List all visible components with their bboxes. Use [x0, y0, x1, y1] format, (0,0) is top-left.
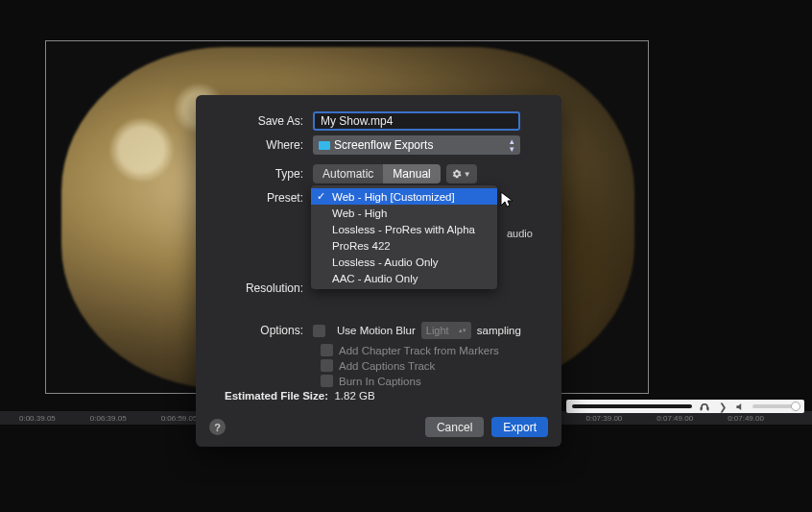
time-tick: 0:07:49.00 [657, 414, 693, 423]
next-icon[interactable]: ❯ [716, 401, 728, 413]
type-manual-button[interactable]: Manual [383, 164, 440, 183]
type-label: Type: [196, 167, 313, 181]
svg-rect-1 [706, 407, 708, 411]
audio-indicator: audio [507, 228, 533, 239]
captions-track-label: Add Captions Track [339, 360, 435, 372]
where-dropdown[interactable]: Screenflow Exports ▴▾ [313, 135, 520, 155]
motion-blur-checkbox[interactable] [313, 325, 325, 337]
preset-option-label: Lossless - Audio Only [332, 256, 439, 268]
type-settings-button[interactable]: ▼ [446, 164, 477, 183]
type-automatic-button[interactable]: Automatic [313, 164, 383, 183]
save-as-label: Save As: [196, 114, 313, 128]
folder-icon [319, 141, 330, 150]
playback-bar: ❯ [566, 400, 804, 413]
preset-option-label: AAC - Audio Only [332, 273, 418, 284]
help-button[interactable]: ? [209, 419, 226, 435]
preset-option[interactable]: Lossless - Audio Only [311, 254, 497, 270]
preset-option-label: Web - High [Customized] [332, 191, 455, 203]
headphones-icon [698, 401, 710, 413]
preset-option-label: Web - High [332, 207, 387, 219]
chevron-updown-icon: ▴▾ [459, 327, 466, 334]
chevron-down-icon: ▼ [464, 170, 471, 179]
save-as-input[interactable] [313, 111, 520, 131]
where-value: Screenflow Exports [334, 138, 433, 152]
volume-icon [734, 401, 747, 413]
burn-captions-label: Burn In Captions [339, 376, 421, 387]
type-segmented: Automatic Manual [313, 164, 441, 183]
options-label: Options: [196, 324, 313, 337]
preset-menu: ✓ Web - High [Customized] Web - High Los… [311, 185, 497, 289]
preset-option-label: ProRes 422 [332, 240, 391, 252]
resolution-label: Resolution: [196, 281, 313, 295]
volume-knob[interactable] [791, 402, 800, 411]
burn-captions-checkbox[interactable] [321, 375, 333, 387]
preset-option[interactable]: ProRes 422 [311, 237, 497, 254]
time-tick: 0:07:39.00 [586, 414, 623, 423]
export-dialog: Save As: Where: Screenflow Exports ▴▾ Ty… [196, 95, 561, 447]
filesize-label: Estimated File Size: [225, 390, 328, 402]
scrubber-track[interactable] [572, 404, 692, 408]
filesize-value: 1.82 GB [334, 390, 374, 402]
where-label: Where: [196, 138, 313, 152]
preset-option[interactable]: ✓ Web - High [Customized] [311, 188, 497, 205]
time-tick: 0:06:39.05 [90, 414, 127, 423]
preset-option[interactable]: Web - High [311, 205, 497, 221]
cancel-button[interactable]: Cancel [425, 417, 484, 437]
export-button[interactable]: Export [491, 417, 548, 437]
gear-icon [452, 169, 462, 179]
sampling-suffix: sampling [477, 325, 521, 336]
preset-label: Preset: [196, 191, 313, 205]
captions-track-checkbox[interactable] [321, 359, 333, 372]
motion-blur-label: Use Motion Blur [337, 325, 416, 336]
sampling-dropdown[interactable]: Light ▴▾ [421, 322, 471, 339]
time-tick: 0:06:59.05 [161, 414, 198, 423]
sampling-value: Light [426, 325, 449, 336]
checkmark-icon: ✓ [317, 190, 325, 203]
preset-option[interactable]: AAC - Audio Only [311, 270, 497, 286]
cursor-icon [500, 191, 513, 208]
chevron-updown-icon: ▴▾ [510, 137, 514, 153]
volume-slider[interactable] [752, 404, 799, 408]
preset-option-label: Lossless - ProRes with Alpha [332, 224, 475, 235]
time-tick: 0:07:49.00 [728, 414, 764, 423]
preset-option[interactable]: Lossless - ProRes with Alpha [311, 221, 497, 237]
time-tick: 0:00.39.05 [19, 414, 56, 423]
svg-rect-0 [700, 407, 702, 411]
chapter-track-checkbox[interactable] [321, 344, 333, 356]
chapter-track-label: Add Chapter Track from Markers [339, 345, 499, 356]
